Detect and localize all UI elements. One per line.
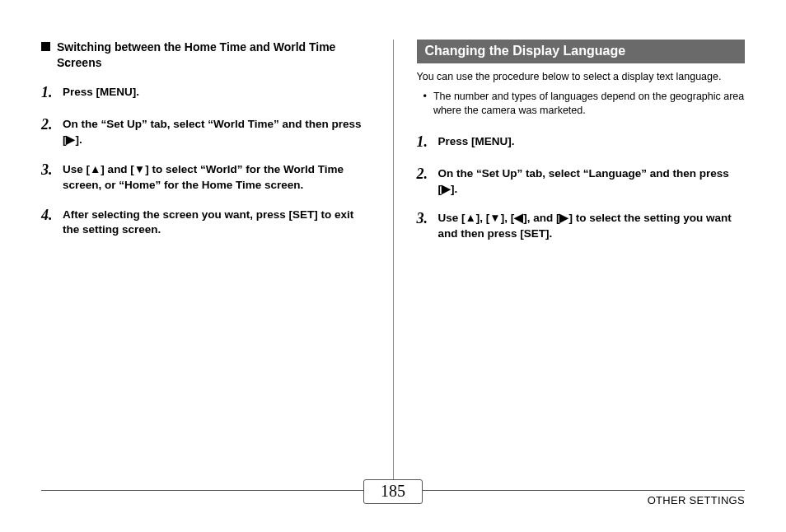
step-text: Press [MENU].: [63, 82, 139, 100]
step-item: Use [▲] and [▼] to select “World” for th…: [41, 160, 370, 194]
banner-text: Changing the Display Language: [425, 44, 626, 58]
section-heading-text: Switching between the Home Time and Worl…: [57, 40, 370, 71]
step-item: Press [MENU].: [41, 82, 370, 103]
right-column: Changing the Display Language You can us…: [394, 40, 746, 484]
notes-list: The number and types of languages depend…: [417, 90, 746, 119]
steps-list-right: Press [MENU]. On the “Set Up” tab, selec…: [417, 132, 746, 243]
step-text: Use [▲] and [▼] to select “World” for th…: [63, 160, 370, 194]
section-banner: Changing the Display Language: [417, 40, 746, 63]
note-text: The number and types of languages depend…: [433, 90, 745, 119]
page-number-box: 185: [363, 479, 423, 504]
intro-text: You can use the procedure below to selec…: [417, 70, 746, 85]
step-item: Use [▲], [▼], [◀], and [▶] to select the…: [417, 208, 746, 242]
footer-section-label: OTHER SETTINGS: [648, 494, 745, 506]
step-item: After selecting the screen you want, pre…: [41, 205, 370, 239]
step-text: Use [▲], [▼], [◀], and [▶] to select the…: [438, 208, 746, 242]
page-footer: 185 OTHER SETTINGS: [41, 490, 745, 514]
two-column-layout: Switching between the Home Time and Worl…: [41, 40, 745, 484]
step-text: After selecting the screen you want, pre…: [63, 205, 370, 239]
footer-rule: 185 OTHER SETTINGS: [41, 490, 745, 514]
manual-page: Switching between the Home Time and Worl…: [0, 0, 786, 532]
step-text: On the “Set Up” tab, select “World Time”…: [63, 114, 370, 148]
section-heading: Switching between the Home Time and Worl…: [41, 40, 370, 71]
page-number: 185: [381, 482, 405, 500]
step-text: Press [MENU].: [438, 132, 515, 150]
square-bullet-icon: [41, 42, 50, 51]
step-item: Press [MENU].: [417, 132, 746, 152]
left-column: Switching between the Home Time and Worl…: [41, 40, 393, 484]
step-item: On the “Set Up” tab, select “Language” a…: [417, 164, 746, 198]
steps-list-left: Press [MENU]. On the “Set Up” tab, selec…: [41, 82, 370, 239]
note-item: The number and types of languages depend…: [423, 90, 746, 119]
step-item: On the “Set Up” tab, select “World Time”…: [41, 114, 370, 148]
step-text: On the “Set Up” tab, select “Language” a…: [438, 164, 746, 198]
